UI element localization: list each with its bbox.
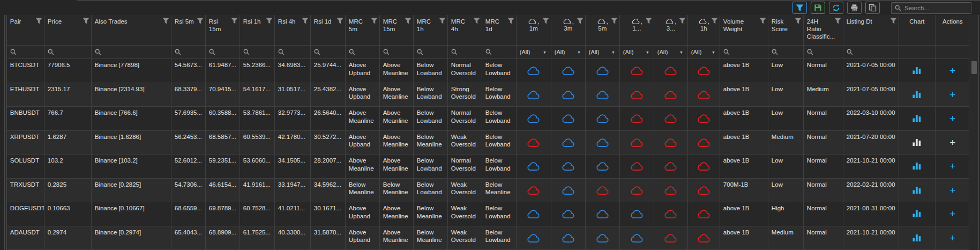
add-button[interactable]: + <box>949 65 955 76</box>
filter-input-mrc_15m[interactable] <box>380 46 414 58</box>
filter-funnel-icon[interactable] <box>197 18 204 24</box>
table-row-BTCUSDT[interactable]: BTCUSDT77906.5Binance [77898]54.5673...6… <box>7 59 969 83</box>
column-header-ratio_24h[interactable]: 24HRatioClassific... <box>804 15 843 45</box>
filter-funnel-icon[interactable] <box>371 18 378 24</box>
filter-funnel-icon[interactable] <box>645 18 652 24</box>
table-row-ADAUSDT[interactable]: ADAUSDT0.2974Binance [0.2974]65.4043...6… <box>7 226 969 250</box>
filter-input-listing_dt[interactable] <box>843 46 899 58</box>
filter-dropdown-cloud_3m[interactable]: (All)▼ <box>551 46 586 58</box>
filter-input-rsi_4h[interactable] <box>275 46 311 58</box>
column-header-price[interactable]: Price <box>44 15 92 45</box>
column-header-actions[interactable]: Actions <box>936 15 970 45</box>
filter-dropdown-cloud_1x[interactable]: (All)▼ <box>620 46 654 58</box>
filter-input-also_trades[interactable] <box>92 46 171 58</box>
add-button[interactable]: + <box>949 137 955 148</box>
column-header-volume_weight[interactable]: VolumeWeight <box>720 15 768 45</box>
table-row-ETHUSDT[interactable]: ETHUSDT2315.17Binance [2314.93]68.3379..… <box>7 83 969 107</box>
column-header-cloud_3x[interactable]: ,3... <box>654 15 688 45</box>
search-input[interactable] <box>904 5 968 11</box>
filter-funnel-icon[interactable] <box>711 18 718 24</box>
filter-funnel-icon[interactable] <box>795 18 802 24</box>
add-button[interactable]: + <box>949 209 955 219</box>
filter-input-rsi_1h[interactable] <box>240 46 275 58</box>
column-header-risk_score[interactable]: RiskScore <box>768 15 804 45</box>
filter-funnel-icon[interactable] <box>679 18 686 24</box>
table-row-TRXUSDT[interactable]: TRXUSDT0.2825Binance [0.2825]54.7306...4… <box>7 179 969 203</box>
add-button[interactable]: + <box>949 113 955 123</box>
filter-input-mrc_1h[interactable] <box>414 46 448 58</box>
filter-input-ratio_24h[interactable] <box>804 46 843 58</box>
filter-funnel-icon[interactable] <box>35 18 42 24</box>
column-header-rsi_1h[interactable]: Rsi 1h <box>240 15 275 45</box>
filter-funnel-icon[interactable] <box>834 18 841 24</box>
filter-funnel-icon[interactable] <box>611 18 618 24</box>
filter-funnel-icon[interactable] <box>890 18 897 24</box>
filter-button[interactable] <box>792 2 807 14</box>
filter-dropdown-cloud_3x[interactable]: (All)▼ <box>654 46 688 58</box>
filter-dropdown-cloud_1h[interactable]: (All)▼ <box>688 46 720 58</box>
column-header-also_trades[interactable]: Also Trades <box>92 15 171 45</box>
add-button[interactable]: + <box>949 90 955 100</box>
filter-funnel-icon[interactable] <box>405 18 412 24</box>
filter-funnel-icon[interactable] <box>577 18 583 24</box>
table-row-SOLUSDT[interactable]: SOLUSDT103.2Binance [103.2]52.6012...59.… <box>7 155 969 179</box>
chart-button[interactable] <box>912 187 921 194</box>
column-header-mrc_5m[interactable]: MRC5m <box>346 15 380 45</box>
filter-input-rsi_15m[interactable] <box>206 46 240 58</box>
add-button[interactable]: + <box>949 233 955 243</box>
add-button[interactable]: + <box>949 161 955 171</box>
table-row-BNBUSDT[interactable]: BNBUSDT766.7Binance [766.6]57.6935...60.… <box>7 107 969 131</box>
column-header-rsi_4h[interactable]: Rsi 4h <box>275 15 311 45</box>
vertical-scrollbar[interactable] <box>969 15 978 250</box>
chart-button[interactable] <box>912 67 921 74</box>
column-header-mrc_1d[interactable]: MRC1d <box>482 15 517 45</box>
column-header-mrc_1h[interactable]: MRC1h <box>414 15 448 45</box>
column-header-cloud_1x[interactable]: ,1... <box>620 15 654 45</box>
filter-funnel-icon[interactable] <box>266 18 273 24</box>
filter-dropdown-cloud_1m[interactable]: (All)▼ <box>517 46 551 58</box>
search-box[interactable] <box>891 2 971 14</box>
column-header-rsi_15m[interactable]: Rsi15m <box>206 15 240 45</box>
chart-button[interactable] <box>912 234 921 241</box>
column-header-cloud_5m[interactable]: ,5m <box>586 15 620 45</box>
table-row-XRPUSDT[interactable]: XRPUSDT1.6287Binance [1.6286]56.2453...6… <box>7 131 969 155</box>
filter-input-volume_weight[interactable] <box>720 46 768 58</box>
filter-funnel-icon[interactable] <box>759 18 766 24</box>
column-header-chart[interactable]: Chart <box>899 15 936 45</box>
filter-funnel-icon[interactable] <box>83 18 89 24</box>
filter-funnel-icon[interactable] <box>473 18 480 24</box>
filter-funnel-icon[interactable] <box>162 18 169 24</box>
add-button[interactable]: + <box>949 185 955 195</box>
refresh-button[interactable] <box>829 2 843 14</box>
filter-input-rsi_5m[interactable] <box>171 46 206 58</box>
column-header-cloud_1m[interactable]: ,1m <box>517 15 551 45</box>
filter-input-risk_score[interactable] <box>768 46 804 58</box>
column-header-cloud_3m[interactable]: ,3m <box>551 15 586 45</box>
table-row-DOGEUSDT[interactable]: DOGEUSDT0.10663Binance [0.10667]68.6559.… <box>7 202 969 226</box>
scrollbar-thumb[interactable] <box>971 61 977 74</box>
copy-button[interactable] <box>865 2 880 14</box>
filter-funnel-icon[interactable] <box>336 18 343 24</box>
column-header-pair[interactable]: Pair <box>7 15 44 45</box>
filter-funnel-icon[interactable] <box>231 18 238 24</box>
filter-input-mrc_1d[interactable] <box>482 46 517 58</box>
column-header-mrc_15m[interactable]: MRC15m <box>380 15 414 45</box>
print-button[interactable] <box>847 2 862 14</box>
column-header-rsi_5m[interactable]: Rsi 5m <box>171 15 206 45</box>
column-header-rsi_1d[interactable]: Rsi 1d <box>311 15 346 45</box>
filter-funnel-icon[interactable] <box>507 18 514 24</box>
chart-button[interactable] <box>912 210 921 217</box>
filter-dropdown-cloud_5m[interactable]: (All)▼ <box>586 46 620 58</box>
chart-button[interactable] <box>912 91 921 98</box>
filter-input-price[interactable] <box>44 46 92 58</box>
chart-button[interactable] <box>912 115 921 122</box>
filter-funnel-icon[interactable] <box>302 18 309 24</box>
chart-button[interactable] <box>912 163 921 170</box>
save-layout-button[interactable] <box>811 2 825 14</box>
filter-input-mrc_4h[interactable] <box>448 46 482 58</box>
filter-input-mrc_5m[interactable] <box>346 46 380 58</box>
column-header-cloud_1h[interactable]: ,1h <box>688 15 720 45</box>
filter-funnel-icon[interactable] <box>542 18 549 24</box>
column-header-listing_dt[interactable]: Listing Dt <box>843 15 899 45</box>
chart-button[interactable] <box>912 139 921 146</box>
